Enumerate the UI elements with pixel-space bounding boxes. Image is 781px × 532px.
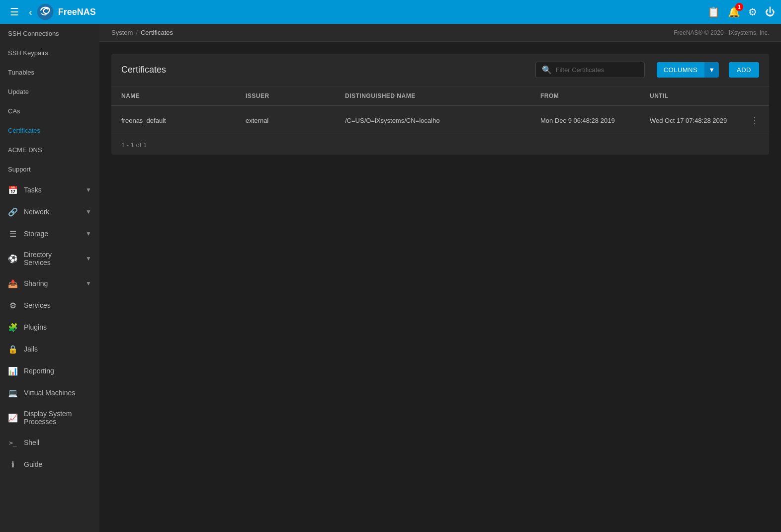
sidebar-item-reporting[interactable]: 📊 Reporting bbox=[0, 360, 99, 382]
services-nav-icon: ⚙ bbox=[8, 300, 18, 310]
reporting-nav-label: Reporting bbox=[24, 367, 54, 375]
tasks-icon[interactable]: 📋 bbox=[707, 6, 720, 18]
app-logo: FreeNAS bbox=[36, 3, 96, 21]
certificates-label: Certificates bbox=[8, 127, 40, 134]
sharing-nav-label: Sharing bbox=[24, 279, 48, 287]
tunables-label: Tunables bbox=[8, 69, 34, 76]
columns-button-group: COLUMNS ▼ bbox=[657, 62, 719, 78]
sidebar-item-tasks[interactable]: 📅 Tasks ▼ bbox=[0, 179, 99, 201]
display-system-processes-nav-label: Display System Processes bbox=[24, 410, 91, 426]
update-label: Update bbox=[8, 88, 29, 95]
ssh-connections-label: SSH Connections bbox=[8, 30, 59, 37]
shell-nav-label: Shell bbox=[24, 439, 39, 446]
support-label: Support bbox=[8, 166, 31, 173]
col-header-distinguished-name: Distinguished Name bbox=[335, 87, 530, 105]
system-sub-items: SSH Connections SSH Keypairs Tunables Up… bbox=[0, 24, 99, 179]
sidebar-item-storage[interactable]: ☰ Storage ▼ bbox=[0, 223, 99, 245]
certificates-table: Name Issuer Distinguished Name From Unti… bbox=[111, 87, 769, 155]
sidebar-item-plugins[interactable]: 🧩 Plugins bbox=[0, 316, 99, 338]
col-header-until: Until bbox=[640, 87, 749, 105]
breadcrumb-separator: / bbox=[136, 29, 138, 36]
sidebar-item-update[interactable]: Update bbox=[0, 82, 99, 101]
ssh-keypairs-label: SSH Keypairs bbox=[8, 49, 48, 57]
storage-arrow-icon: ▼ bbox=[86, 230, 91, 237]
search-box: 🔍 bbox=[535, 62, 645, 78]
sidebar: SSH Connections SSH Keypairs Tunables Up… bbox=[0, 24, 99, 532]
freenas-logo-icon bbox=[36, 3, 54, 21]
network-nav-icon: 🔗 bbox=[8, 207, 18, 217]
search-input[interactable] bbox=[556, 66, 638, 74]
guide-nav-icon: ℹ bbox=[8, 459, 18, 469]
card-title: Certificates bbox=[121, 65, 166, 75]
col-header-actions bbox=[749, 87, 769, 105]
power-icon[interactable]: ⏻ bbox=[765, 6, 775, 18]
cell-issuer: external bbox=[236, 110, 335, 131]
card-header: Certificates 🔍 COLUMNS ▼ ADD bbox=[111, 54, 769, 87]
shell-nav-icon: >_ bbox=[8, 438, 18, 447]
acme-dns-label: ACME DNS bbox=[8, 146, 42, 154]
col-header-from: From bbox=[530, 87, 640, 105]
add-button[interactable]: ADD bbox=[729, 62, 759, 78]
page-content: Certificates 🔍 COLUMNS ▼ ADD Name bbox=[99, 42, 781, 532]
reporting-nav-icon: 📊 bbox=[8, 366, 18, 376]
pagination: 1 - 1 of 1 bbox=[111, 135, 769, 155]
col-header-issuer: Issuer bbox=[236, 87, 335, 105]
col-header-name: Name bbox=[111, 87, 236, 105]
notification-badge: 1 bbox=[735, 3, 743, 11]
sidebar-item-network[interactable]: 🔗 Network ▼ bbox=[0, 201, 99, 223]
breadcrumb-system-link[interactable]: System bbox=[111, 29, 133, 36]
services-nav-label: Services bbox=[24, 301, 51, 309]
table-row: freenas_default external /C=US/O=iXsyste… bbox=[111, 106, 769, 135]
breadcrumb-bar: System / Certificates FreeNAS® © 2020 - … bbox=[99, 24, 781, 42]
svg-point-0 bbox=[37, 4, 53, 20]
cell-until: Wed Oct 17 07:48:28 2029 bbox=[640, 110, 749, 131]
sidebar-item-jails[interactable]: 🔒 Jails bbox=[0, 338, 99, 360]
hamburger-menu-button[interactable]: ☰ bbox=[6, 4, 23, 20]
plugins-nav-icon: 🧩 bbox=[8, 322, 18, 332]
sidebar-item-guide[interactable]: ℹ Guide bbox=[0, 453, 99, 475]
sidebar-item-support[interactable]: Support bbox=[0, 160, 99, 179]
search-icon: 🔍 bbox=[542, 65, 552, 75]
network-arrow-icon: ▼ bbox=[86, 208, 91, 215]
storage-nav-label: Storage bbox=[24, 230, 48, 238]
sidebar-item-certificates[interactable]: Certificates bbox=[0, 121, 99, 140]
back-button[interactable]: ‹ bbox=[25, 4, 36, 20]
sidebar-item-shell[interactable]: >_ Shell bbox=[0, 432, 99, 453]
notifications-icon[interactable]: 🔔 1 bbox=[728, 6, 740, 18]
sidebar-item-ssh-connections[interactable]: SSH Connections bbox=[0, 24, 99, 43]
cas-label: CAs bbox=[8, 107, 20, 115]
topbar-actions: 📋 🔔 1 ⚙ ⏻ bbox=[707, 6, 775, 18]
directory-services-nav-icon: ⚽ bbox=[8, 254, 18, 264]
tasks-nav-icon: 📅 bbox=[8, 185, 18, 195]
sidebar-item-acme-dns[interactable]: ACME DNS bbox=[0, 140, 99, 160]
sidebar-item-display-system-processes[interactable]: 📈 Display System Processes bbox=[0, 404, 99, 432]
cell-from: Mon Dec 9 06:48:28 2019 bbox=[530, 110, 640, 131]
tasks-arrow-icon: ▼ bbox=[86, 186, 91, 193]
copyright-text: FreeNAS® © 2020 - iXsystems, Inc. bbox=[674, 29, 769, 36]
columns-button[interactable]: COLUMNS bbox=[657, 62, 705, 78]
topbar: ☰ ‹ FreeNAS 📋 🔔 1 ⚙ ⏻ bbox=[0, 0, 781, 24]
table-header: Name Issuer Distinguished Name From Unti… bbox=[111, 87, 769, 106]
sidebar-item-directory-services[interactable]: ⚽ Directory Services ▼ bbox=[0, 245, 99, 272]
sidebar-item-sharing[interactable]: 📤 Sharing ▼ bbox=[0, 272, 99, 294]
sharing-arrow-icon: ▼ bbox=[86, 280, 91, 287]
columns-dropdown-button[interactable]: ▼ bbox=[704, 62, 719, 78]
sidebar-item-virtual-machines[interactable]: 💻 Virtual Machines bbox=[0, 382, 99, 404]
sharing-nav-icon: 📤 bbox=[8, 278, 18, 288]
directory-services-nav-label: Directory Services bbox=[24, 251, 80, 266]
row-actions-button[interactable]: ⋮ bbox=[749, 113, 763, 128]
virtual-machines-nav-label: Virtual Machines bbox=[24, 389, 75, 397]
virtual-machines-nav-icon: 💻 bbox=[8, 388, 18, 398]
sidebar-item-cas[interactable]: CAs bbox=[0, 101, 99, 121]
plugins-nav-label: Plugins bbox=[24, 323, 47, 331]
content-area: System / Certificates FreeNAS® © 2020 - … bbox=[99, 24, 781, 532]
guide-nav-label: Guide bbox=[24, 460, 42, 468]
settings-icon[interactable]: ⚙ bbox=[748, 6, 757, 18]
tasks-nav-label: Tasks bbox=[24, 186, 42, 194]
sidebar-item-services[interactable]: ⚙ Services bbox=[0, 294, 99, 316]
sidebar-item-tunables[interactable]: Tunables bbox=[0, 63, 99, 82]
sidebar-item-ssh-keypairs[interactable]: SSH Keypairs bbox=[0, 43, 99, 63]
breadcrumb-current: Certificates bbox=[141, 29, 173, 36]
network-nav-label: Network bbox=[24, 208, 49, 216]
cell-name: freenas_default bbox=[111, 110, 236, 131]
